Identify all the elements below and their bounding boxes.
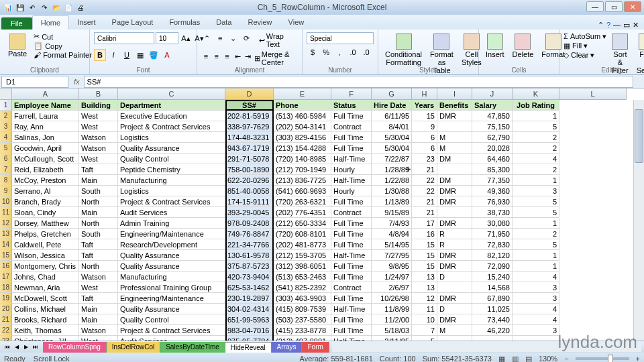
cell[interactable]: Hourly	[331, 164, 372, 175]
cell[interactable]: 943-67-1719	[225, 143, 274, 154]
last-sheet-button[interactable]: ⏭	[31, 343, 40, 352]
cell[interactable]: DMR	[437, 293, 472, 304]
cell[interactable]: 85,300	[472, 164, 513, 175]
close-button[interactable]: ✕	[624, 1, 641, 12]
sheet-tab-insdelrowcol[interactable]: InsDelRowCol	[107, 342, 160, 353]
new-icon[interactable]: 📄	[63, 2, 74, 13]
cell[interactable]: (415) 233-8778	[274, 325, 331, 336]
cell[interactable]: 21	[412, 164, 437, 175]
copy-button[interactable]: 📋Copy	[34, 42, 92, 50]
fx-icon[interactable]: fx	[70, 78, 84, 86]
formula-bar[interactable]: SS#	[84, 76, 633, 88]
row-header-4[interactable]: 4	[0, 132, 12, 143]
cell[interactable]: (212) 159-3705	[274, 250, 331, 261]
select-all-corner[interactable]	[0, 88, 12, 100]
cell[interactable]: Engineering/Maintenance	[118, 229, 225, 239]
cell[interactable]: 23	[412, 154, 437, 164]
cell[interactable]: 13	[412, 272, 437, 282]
open-icon[interactable]: 📂	[51, 2, 62, 13]
cell[interactable]: Quality Control	[118, 154, 225, 164]
cell[interactable]: Research/Development	[118, 239, 225, 250]
cell[interactable]: (202) 481-8773	[274, 239, 331, 250]
cell[interactable]: 75,150	[472, 121, 513, 132]
cell[interactable]: R	[437, 229, 472, 239]
cell[interactable]: 2/6/97	[372, 282, 412, 293]
cell[interactable]: (212) 709-1949	[274, 164, 331, 175]
header-cell[interactable]: Status	[331, 100, 372, 111]
cell[interactable]: North	[79, 261, 118, 272]
ribbon-tab-insert[interactable]: Insert	[69, 15, 104, 29]
cell[interactable]: 174-15-9111	[225, 196, 274, 207]
zoom-out-button[interactable]: −	[564, 355, 568, 362]
cell[interactable]: 10/26/98	[372, 293, 412, 304]
cell[interactable]: (212) 650-3334	[274, 218, 331, 229]
header-cell[interactable]: Building	[79, 100, 118, 111]
view-break-button[interactable]: ▤	[525, 355, 532, 363]
cell[interactable]: R	[437, 239, 472, 250]
row-header-17[interactable]: 17	[0, 272, 12, 282]
cell[interactable]: Watson	[79, 272, 118, 282]
save-icon[interactable]: 💾	[15, 2, 25, 13]
row-header-22[interactable]: 22	[0, 325, 12, 336]
cell[interactable]	[472, 336, 513, 341]
cell[interactable]: 393-29-0045	[225, 207, 274, 218]
cell[interactable]: 64,460	[472, 154, 513, 164]
cell[interactable]: Full Time	[331, 218, 372, 229]
cell[interactable]: West	[79, 336, 118, 341]
ribbon-tab-data[interactable]: Data	[208, 15, 239, 29]
cell[interactable]: Newman, Aria	[12, 282, 79, 293]
cell[interactable]: 202-81-5919	[225, 111, 274, 121]
cell[interactable]: (541) 660-9693	[274, 186, 331, 196]
cell[interactable]: Main	[79, 314, 118, 325]
cell[interactable]: DMR	[437, 196, 472, 207]
header-cell[interactable]: Department	[118, 100, 225, 111]
cell[interactable]: North	[79, 196, 118, 207]
dec-decimal-button[interactable]: .0	[360, 46, 372, 58]
cell[interactable]: 21	[412, 207, 437, 218]
cell[interactable]: DMR	[437, 218, 472, 229]
cell[interactable]: 12	[412, 293, 437, 304]
cell[interactable]: 76,930	[472, 196, 513, 207]
redo-icon[interactable]: ↷	[39, 2, 50, 13]
col-header-C[interactable]: C	[118, 88, 225, 100]
cell[interactable]: 7	[412, 325, 437, 336]
cell[interactable]	[437, 207, 472, 218]
align-left-button[interactable]: ≡	[201, 50, 211, 62]
row-header-13[interactable]: 13	[0, 229, 12, 239]
zoom-slider[interactable]	[576, 357, 629, 360]
row-header-15[interactable]: 15	[0, 250, 12, 261]
cell[interactable]: 1/24/97	[372, 272, 412, 282]
currency-button[interactable]: $	[307, 46, 319, 58]
cell[interactable]: (213) 836-7725	[274, 175, 331, 186]
cell[interactable]: 4	[513, 154, 559, 164]
cell[interactable]: 38,730	[472, 207, 513, 218]
cell[interactable]: 1/13/89	[372, 196, 412, 207]
align-middle-button[interactable]: ≡	[215, 32, 227, 44]
align-right-button[interactable]: ≡	[223, 50, 232, 62]
cell[interactable]: DMR	[437, 111, 472, 121]
cell[interactable]: Audit Services	[118, 336, 225, 341]
header-cell[interactable]: Benefits	[437, 100, 472, 111]
cell[interactable]: Project & Contract Services	[118, 196, 225, 207]
font-name-select[interactable]: Calibri	[94, 32, 154, 44]
cell[interactable]: Full Time	[331, 239, 372, 250]
row-header-12[interactable]: 12	[0, 218, 12, 229]
cell[interactable]: 6	[412, 143, 437, 154]
cell[interactable]: Brooks, Richard	[12, 314, 79, 325]
cell[interactable]: 2	[513, 229, 559, 239]
cell[interactable]: Wilson, Jessica	[12, 250, 79, 261]
cell[interactable]: M	[437, 143, 472, 154]
cell[interactable]: Quality Assurance	[118, 143, 225, 154]
cell[interactable]: North	[79, 218, 118, 229]
cell[interactable]: 3	[513, 325, 559, 336]
cell[interactable]: 11/2/00	[372, 314, 412, 325]
conditional-formatting-button[interactable]: Conditional Formatting	[382, 32, 425, 68]
cell[interactable]: 420-73-9404	[225, 272, 274, 282]
cell[interactable]: 2	[513, 143, 559, 154]
undo-icon[interactable]: ↶	[27, 2, 38, 13]
cut-button[interactable]: ✂Cut	[34, 32, 92, 41]
cell[interactable]: (303) 463-9903	[274, 293, 331, 304]
cell[interactable]: 7/4/93	[372, 218, 412, 229]
cell[interactable]: Taft	[79, 250, 118, 261]
cell[interactable]: 075-95-7784	[225, 336, 274, 341]
